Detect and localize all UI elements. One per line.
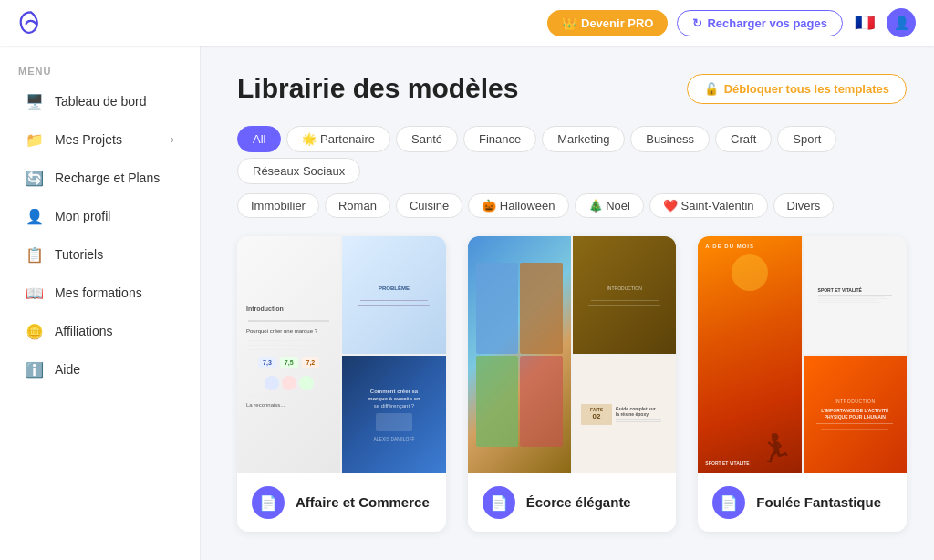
card-icon: 📄 [483, 486, 515, 519]
card-image-2: INTRODUCTION [573, 236, 676, 354]
card-image-3: FAITS 02 Guide complet sur la résine épo… [573, 356, 676, 473]
refresh-icon: ↻ [692, 16, 702, 30]
filter-marketing[interactable]: Marketing [542, 126, 625, 152]
sidebar-item-label: Aide [55, 362, 80, 377]
filter-divers[interactable]: Divers [773, 193, 835, 218]
filter-all[interactable]: All [237, 126, 281, 152]
filter-sport[interactable]: Sport [777, 126, 836, 152]
card-footer: 📄 Affaire et Commerce [237, 473, 446, 532]
page-title: Librairie des modèles [237, 73, 518, 104]
crown-icon: 👑 [562, 16, 576, 30]
user-icon: 👤 [894, 16, 909, 30]
card-footer: 📄 Écorce élégante [468, 473, 677, 532]
card-title: Affaire et Commerce [296, 493, 430, 512]
card-title: Écorce élégante [526, 493, 631, 512]
card-footer: 📄 Foulée Fantastique [698, 473, 907, 532]
unlock-templates-button[interactable]: 🔓 Débloquer tous les templates [687, 74, 907, 104]
sidebar-item-label: Recharge et Plans [55, 171, 160, 185]
sidebar-item-label: Affiliations [55, 324, 113, 338]
filter-halloween[interactable]: 🎃 Halloween [468, 193, 568, 218]
main-content: Librairie des modèles 🔓 Débloquer tous l… [201, 0, 934, 560]
card-images: INTRODUCTION FAITS 02 [468, 236, 677, 473]
filter-finance[interactable]: Finance [463, 126, 536, 152]
filter-craft[interactable]: Craft [715, 126, 772, 152]
sidebar-item-label: Mon profil [55, 209, 110, 223]
card-image-1: Introduction Pourquoi créer une marque ?… [237, 236, 340, 473]
filter-partenaire[interactable]: 🌟 Partenaire [286, 126, 390, 152]
sidebar-item-label: Mes Projets [55, 132, 122, 147]
card-ecorce-elegante[interactable]: INTRODUCTION FAITS 02 [468, 236, 677, 532]
sidebar-item-tableau-de-bord[interactable]: 🖥️ Tableau de bord [7, 83, 192, 119]
filter-saint-valentin[interactable]: ❤️ Saint-Valentin [649, 193, 768, 218]
sidebar-item-mon-profil[interactable]: 👤 Mon profil [7, 198, 192, 234]
filter-reseaux-sociaux[interactable]: Réseaux Sociaux [237, 158, 360, 184]
sidebar-item-recharge-et-plans[interactable]: 🔄 Recharge et Plans [7, 160, 192, 196]
formations-icon: 📖 [26, 284, 44, 302]
sidebar-item-affiliations[interactable]: 🪙 Affiliations [7, 313, 192, 349]
card-images: Introduction Pourquoi créer une marque ?… [237, 236, 446, 473]
recharge-button[interactable]: ↻ Recharger vos pages [677, 10, 843, 36]
menu-label: MENU [0, 55, 200, 82]
sidebar-item-mes-formations[interactable]: 📖 Mes formations [7, 275, 192, 311]
logo [15, 7, 47, 44]
help-icon: ℹ️ [26, 360, 44, 379]
filter-cuisine[interactable]: Cuisine [396, 193, 462, 218]
profile-icon: 👤 [26, 207, 44, 225]
card-icon: 📄 [712, 486, 745, 519]
sidebar: MENU 🖥️ Tableau de bord 📁 Mes Projets › … [0, 0, 201, 560]
sidebar-item-mes-projets[interactable]: 📁 Mes Projets › [7, 121, 192, 158]
card-foulee-fantastique[interactable]: 🏃 AIDE DU MOIS SPORT ET VITALITÉ SPORT E… [698, 236, 907, 532]
refresh-icon: 🔄 [26, 169, 44, 187]
filter-immobilier[interactable]: Immobilier [237, 193, 319, 218]
card-image-3: INTRODUCTION L'IMPORTANCE DE L'ACTIVITÉP… [804, 356, 907, 473]
top-bar: 👑 Devenir PRO ↻ Recharger vos pages 🇫🇷 👤 [0, 0, 934, 46]
card-image-2: PROBLÈME [342, 236, 445, 354]
card-grid: Introduction Pourquoi créer une marque ?… [237, 236, 907, 532]
filter-business[interactable]: Business [630, 126, 710, 152]
card-icon: 📄 [252, 486, 285, 519]
card-title: Foulée Fantastique [756, 493, 881, 512]
filter-row-1: All 🌟 Partenaire Santé Finance Marketing… [237, 126, 907, 184]
devenir-pro-button[interactable]: 👑 Devenir PRO [547, 10, 668, 36]
chevron-right-icon: › [171, 133, 174, 146]
filter-sante[interactable]: Santé [396, 126, 458, 152]
main-header: Librairie des modèles 🔓 Débloquer tous l… [237, 73, 907, 104]
user-avatar[interactable]: 👤 [887, 8, 916, 37]
card-image-1: 🏃 AIDE DU MOIS SPORT ET VITALITÉ [698, 236, 801, 473]
sidebar-item-aide[interactable]: ℹ️ Aide [7, 351, 192, 388]
sidebar-item-label: Tableau de bord [55, 94, 146, 109]
sidebar-item-label: Mes formations [55, 285, 142, 300]
filter-roman[interactable]: Roman [325, 193, 390, 218]
card-image-1 [468, 236, 571, 473]
sidebar-item-label: Tutoriels [55, 247, 103, 262]
language-selector[interactable]: 🇫🇷 [852, 10, 877, 36]
filter-row-2: Immobilier Roman Cuisine 🎃 Halloween 🎄 N… [237, 193, 907, 218]
dashboard-icon: 🖥️ [26, 92, 44, 110]
lock-icon: 🔓 [704, 82, 719, 96]
card-image-3: Comment créer sa marque à succès en se d… [342, 356, 445, 473]
folder-icon: 📁 [26, 130, 44, 149]
card-images: 🏃 AIDE DU MOIS SPORT ET VITALITÉ SPORT E… [698, 236, 907, 473]
sidebar-item-tutoriels[interactable]: 📋 Tutoriels [7, 236, 192, 273]
card-image-2: SPORT ET VITALITÉ [804, 236, 907, 354]
tutorial-icon: 📋 [26, 245, 44, 264]
affiliations-icon: 🪙 [26, 322, 44, 340]
filter-noel[interactable]: 🎄 Noël [575, 193, 644, 218]
card-affaire-commerce[interactable]: Introduction Pourquoi créer une marque ?… [237, 236, 446, 532]
